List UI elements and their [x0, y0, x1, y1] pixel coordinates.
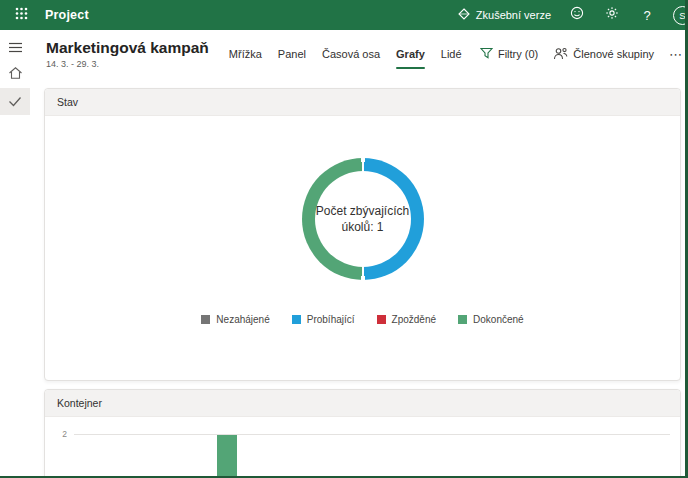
main-area: Marketingová kampaň 14. 3. - 29. 3. Mříž…: [0, 30, 685, 476]
filters-button[interactable]: Filtry (0): [480, 47, 538, 61]
view-tabs: Mřížka Panel Časová osa Grafy Lidé: [228, 46, 463, 62]
toolbar-actions: Filtry (0) Členové skupiny: [480, 47, 677, 62]
legend-label: Nezahájené: [216, 314, 269, 325]
filters-label: Filtry (0): [498, 48, 538, 60]
bar-segment-dokončené[interactable]: [217, 435, 237, 478]
trial-badge[interactable]: Zkušební verze: [458, 8, 551, 22]
content-area: Marketingová kampaň 14. 3. - 29. 3. Mříž…: [30, 30, 685, 476]
gear-icon: [605, 6, 619, 24]
container-card-title: Kontejner: [57, 397, 102, 409]
y-axis-tick: 2: [45, 429, 67, 439]
feedback-button[interactable]: [568, 6, 586, 24]
container-card: Kontejner 21: [44, 389, 681, 478]
account-avatar[interactable]: S: [673, 6, 688, 25]
charts-page: Stav Počet zbývajících úkolů: 1 Nezaháje…: [30, 78, 685, 478]
nav-tasks-button[interactable]: [0, 88, 30, 115]
status-card-header: Stav: [45, 89, 680, 116]
project-app-window: Project Zkušební verze: [0, 0, 688, 478]
nav-home-button[interactable]: [0, 61, 30, 88]
trial-badge-label: Zkušební verze: [476, 9, 551, 21]
container-plot: 21: [45, 417, 680, 478]
project-title-block: Marketingová kampaň 14. 3. - 29. 3.: [46, 39, 209, 68]
tab-casova-osa[interactable]: Časová osa: [321, 46, 381, 62]
funnel-icon: [480, 47, 493, 61]
group-members-label: Členové skupiny: [573, 48, 654, 60]
legend-swatch-gray: [201, 315, 210, 324]
legend-item-dokoncene: Dokončené: [458, 314, 524, 325]
legend-item-nezahajene: Nezahájené: [201, 314, 269, 325]
status-donut[interactable]: Počet zbývajících úkolů: 1: [302, 158, 424, 280]
diamond-icon: [458, 8, 470, 22]
tab-lide[interactable]: Lidé: [440, 46, 463, 62]
legend-item-zpozdene: Zpožděné: [377, 314, 436, 325]
legend-swatch-red: [377, 315, 386, 324]
settings-button[interactable]: [603, 6, 621, 24]
ellipsis-icon: ⋯: [669, 47, 683, 62]
project-toolbar: Marketingová kampaň 14. 3. - 29. 3. Mříž…: [30, 30, 685, 78]
tab-grafy[interactable]: Grafy: [395, 46, 426, 62]
gridline: [74, 434, 670, 435]
legend-label: Zpožděné: [392, 314, 436, 325]
smiley-icon: [570, 6, 584, 24]
more-options-button[interactable]: ⋯: [669, 47, 683, 62]
legend-label: Probíhající: [307, 314, 355, 325]
hamburger-icon: [9, 39, 22, 57]
legend-item-probihajici: Probíhající: [292, 314, 355, 325]
donut-center-label: Počet zbývajících úkolů: 1: [315, 203, 411, 235]
page-title: Marketingová kampaň: [46, 39, 209, 56]
app-launcher-button[interactable]: [8, 2, 34, 28]
home-icon: [8, 66, 23, 84]
status-card-title: Stav: [57, 96, 78, 108]
date-range: 14. 3. - 29. 3.: [46, 59, 209, 69]
waffle-icon: [15, 6, 28, 24]
checkmark-icon: [8, 93, 22, 111]
question-mark-icon: ?: [643, 8, 650, 23]
status-card: Stav Počet zbývajících úkolů: 1 Nezaháje…: [44, 88, 681, 381]
tab-mrizka[interactable]: Mřížka: [228, 46, 263, 62]
people-icon: [553, 47, 568, 62]
donut-hole: Počet zbývajících úkolů: 1: [315, 171, 411, 267]
container-card-header: Kontejner: [45, 390, 680, 417]
help-button[interactable]: ?: [638, 6, 656, 24]
legend-label: Dokončené: [473, 314, 524, 325]
group-members-button[interactable]: Členové skupiny: [553, 47, 654, 62]
legend-swatch-blue: [292, 315, 301, 324]
app-bar-actions: Zkušební verze: [458, 6, 685, 25]
chart-legend: Nezahájené Probíhající Zpožděné: [45, 314, 680, 325]
status-chart-body: Počet zbývajících úkolů: 1 Nezahájené Pr…: [45, 158, 680, 380]
app-name[interactable]: Project: [45, 8, 89, 22]
tab-panel[interactable]: Panel: [277, 46, 307, 62]
avatar-initial: S: [679, 10, 685, 21]
left-nav: [0, 30, 30, 476]
legend-swatch-green: [458, 315, 467, 324]
app-bar: Project Zkušební verze: [0, 0, 685, 30]
nav-menu-button[interactable]: [0, 34, 30, 61]
container-chart-body: 21: [45, 417, 680, 478]
